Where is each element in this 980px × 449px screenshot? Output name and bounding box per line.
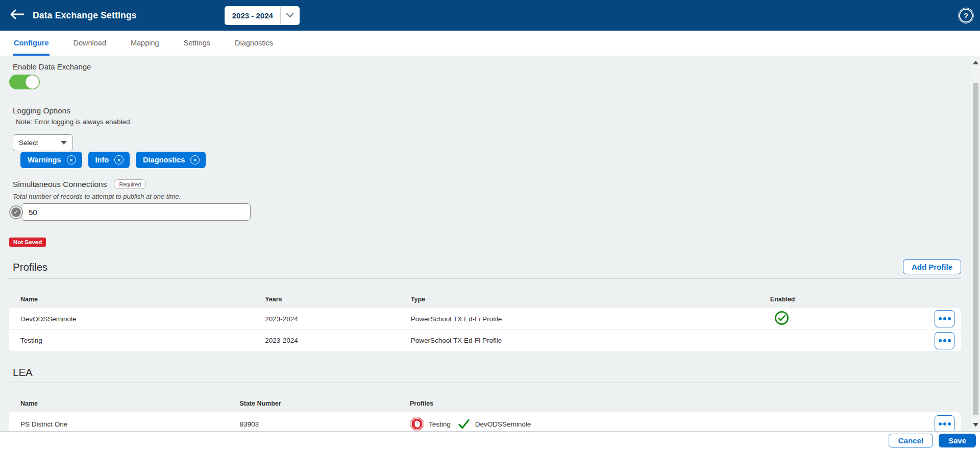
tag-warnings: Warnings ✕ — [20, 152, 82, 168]
scroll-down-icon[interactable] — [973, 423, 978, 427]
col-profiles: Profiles — [410, 400, 922, 407]
question-icon: ? — [964, 11, 968, 20]
tag-info: Info ✕ — [88, 152, 130, 168]
app-header: Data Exchange Settings 2023 - 2024 ? — [0, 0, 980, 31]
scroll-up-icon[interactable] — [973, 61, 978, 64]
not-saved-badge: Not Saved — [9, 238, 46, 247]
lea-table: PS District One 83903 — [9, 412, 961, 431]
vertical-scrollbar[interactable] — [971, 56, 980, 431]
lea-state-number: 83903 — [239, 420, 410, 428]
table-row: Testing 2023-2024 PowerSchool TX Ed-Fi P… — [9, 329, 961, 351]
add-profile-button[interactable]: Add Profile — [903, 259, 961, 274]
tab-configure[interactable]: Configure — [13, 31, 50, 56]
school-year-selector[interactable]: 2023 - 2024 — [225, 6, 300, 25]
lea-name: PS District One — [20, 420, 239, 428]
page-title: Data Exchange Settings — [33, 10, 137, 21]
tab-diagnostics[interactable]: Diagnostics — [234, 31, 274, 56]
col-name: Name — [20, 400, 239, 407]
enable-data-exchange-label: Enable Data Exchange — [13, 62, 961, 71]
close-circle-icon[interactable]: ✕ — [67, 155, 76, 164]
logging-note: Note: Error logging is always enabled. — [16, 118, 961, 126]
col-enabled: Enabled — [770, 296, 922, 303]
check-icon: ✓ — [11, 207, 21, 217]
table-row: DevODSSeminole 2023-2024 PowerSchool TX … — [9, 308, 961, 329]
logging-select[interactable]: Select — [13, 134, 73, 151]
logging-select-value: Select — [19, 139, 38, 147]
lea-section-title: LEA — [13, 366, 33, 379]
lea-profile-name: DevODSSeminole — [475, 420, 531, 428]
close-circle-icon[interactable]: ✕ — [190, 155, 200, 164]
divider — [9, 383, 961, 383]
lea-profile-name: Testing — [429, 420, 451, 428]
stop-hand-icon — [410, 417, 424, 431]
divider — [9, 278, 961, 279]
simultaneous-connections-input[interactable] — [21, 203, 251, 221]
logging-options-label: Logging Options — [13, 106, 961, 115]
row-actions-button[interactable] — [935, 310, 954, 327]
logging-tags: Warnings ✕ Info ✕ Diagnostics ✕ — [20, 152, 961, 168]
scrollbar-thumb[interactable] — [973, 83, 978, 415]
toggle-knob — [26, 75, 39, 89]
simultaneous-connections-help: Total number of records to attempt to pu… — [13, 193, 961, 200]
profiles-section-title: Profiles — [13, 261, 47, 273]
tag-label: Diagnostics — [143, 156, 185, 164]
profile-name: DevODSSeminole — [20, 315, 265, 323]
close-circle-icon[interactable]: ✕ — [114, 155, 124, 164]
col-type: Type — [411, 296, 770, 303]
check-icon — [457, 418, 471, 430]
tag-label: Info — [95, 156, 109, 164]
profiles-table: DevODSSeminole 2023-2024 PowerSchool TX … — [9, 308, 961, 351]
row-actions-button[interactable] — [935, 415, 954, 431]
profile-years: 2023-2024 — [265, 337, 411, 344]
profile-years: 2023-2024 — [265, 315, 411, 323]
tab-mapping[interactable]: Mapping — [130, 31, 160, 56]
help-button[interactable]: ? — [959, 9, 973, 22]
save-button[interactable]: Save — [939, 434, 976, 447]
simultaneous-connections-label: Simultaneous Connections — [13, 180, 107, 189]
chevron-down-icon — [281, 6, 299, 25]
col-state-number: State Number — [239, 400, 410, 407]
back-arrow-icon — [9, 9, 24, 22]
profile-name: Testing — [20, 337, 265, 344]
tab-download[interactable]: Download — [72, 31, 107, 56]
caret-down-icon — [61, 141, 67, 145]
profile-type: PowerSchool TX Ed-Fi Profile — [411, 315, 770, 323]
table-row: PS District One 83903 — [9, 412, 961, 431]
row-actions-button[interactable] — [935, 332, 954, 349]
cancel-button[interactable]: Cancel — [889, 434, 933, 447]
tab-settings[interactable]: Settings — [183, 31, 211, 56]
lea-table-header: Name State Number Profiles — [9, 398, 961, 409]
tag-diagnostics: Diagnostics ✕ — [136, 152, 206, 168]
profile-type: PowerSchool TX Ed-Fi Profile — [411, 337, 770, 344]
footer-action-bar: Cancel Save — [0, 431, 980, 449]
check-circle-icon — [774, 311, 922, 327]
required-badge: Required — [114, 179, 146, 189]
back-button[interactable] — [8, 7, 26, 24]
enable-data-exchange-toggle[interactable] — [9, 75, 40, 89]
col-name: Name — [20, 296, 265, 303]
tab-bar: Configure Download Mapping Settings Diag… — [0, 31, 980, 56]
main-content: Enable Data Exchange Logging Options Not… — [0, 56, 980, 431]
valid-checkbox[interactable]: ✓ — [9, 205, 23, 219]
profiles-table-header: Name Years Type Enabled — [9, 294, 961, 304]
tag-label: Warnings — [28, 156, 61, 164]
col-years: Years — [265, 296, 411, 303]
school-year-value: 2023 - 2024 — [225, 11, 280, 20]
